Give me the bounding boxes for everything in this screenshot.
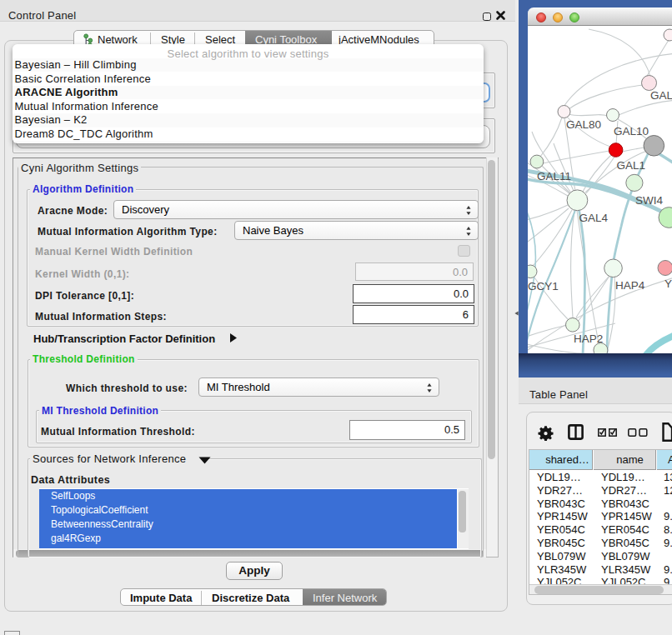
svg-text:SWI4: SWI4 xyxy=(635,194,663,207)
svg-text:GAL1: GAL1 xyxy=(617,159,646,172)
svg-text:HAP4: HAP4 xyxy=(615,279,645,292)
svg-text:GAL4: GAL4 xyxy=(579,212,609,224)
svg-text:Y: Y xyxy=(664,278,672,290)
svg-text:GAL80: GAL80 xyxy=(566,118,601,131)
svg-text:HAP2: HAP2 xyxy=(574,332,603,345)
svg-text:GAL10: GAL10 xyxy=(614,125,649,138)
svg-text:GAL11: GAL11 xyxy=(537,170,571,182)
svg-text:GAL7: GAL7 xyxy=(650,89,672,102)
svg-text:GCY1: GCY1 xyxy=(528,280,559,292)
